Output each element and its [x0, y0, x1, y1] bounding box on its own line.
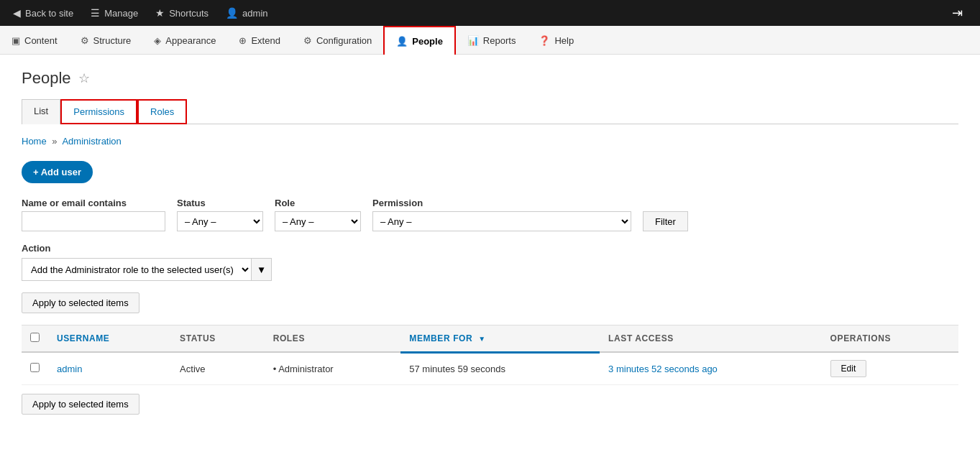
table-header-last-access[interactable]: LAST ACCESS	[600, 325, 822, 353]
apply-bottom-button[interactable]: Apply to selected items	[22, 394, 139, 415]
admin-bar: ◀ Back to site ☰ Manage ★ Shortcuts 👤 ad…	[0, 0, 980, 26]
row-last-access-cell: 3 minutes 52 seconds ago	[600, 352, 822, 385]
action-section: Action Add the Administrator role to the…	[22, 243, 958, 281]
help-icon: ❓	[539, 35, 550, 46]
shortcuts-menu[interactable]: ★ Shortcuts	[148, 0, 216, 26]
breadcrumb: Home » Administration	[22, 136, 958, 147]
star-icon: ★	[155, 7, 165, 19]
structure-icon: ⚙	[81, 35, 89, 46]
action-label: Action	[22, 243, 958, 254]
nav-configuration[interactable]: ⚙ Configuration	[292, 26, 383, 55]
permission-filter-label: Permission	[372, 198, 631, 208]
configuration-icon: ⚙	[303, 35, 312, 46]
table-header-status[interactable]: STATUS	[171, 325, 265, 353]
table-header-roles[interactable]: ROLES	[265, 325, 401, 353]
filter-button-group: Filter	[643, 211, 688, 231]
last-access-link[interactable]: 3 minutes 52 seconds ago	[608, 364, 718, 374]
user-role: Administrator	[278, 364, 334, 374]
member-for-value: 57 minutes 59 seconds	[409, 364, 505, 374]
favorite-star-icon[interactable]: ☆	[78, 70, 90, 86]
nav-appearance[interactable]: ◈ Appearance	[142, 26, 227, 55]
status-filter-select[interactable]: – Any –	[177, 211, 263, 231]
main-nav: ▣ Content ⚙ Structure ◈ Appearance ⊕ Ext…	[0, 26, 980, 55]
extend-icon: ⊕	[239, 35, 247, 46]
table-row: admin Active • Administrator 57 minutes …	[22, 352, 958, 385]
user-link[interactable]: admin	[57, 364, 82, 374]
row-roles-cell: • Administrator	[265, 352, 401, 385]
row-checkbox-cell	[22, 352, 48, 385]
edit-button[interactable]: Edit	[830, 360, 867, 377]
permission-filter-select[interactable]: – Any –	[372, 211, 631, 231]
name-filter-input[interactable]	[22, 211, 165, 231]
nav-content[interactable]: ▣ Content	[0, 26, 69, 55]
status-filter-label: Status	[177, 198, 263, 208]
role-filter-label: Role	[275, 198, 361, 208]
appearance-icon: ◈	[154, 35, 161, 46]
user-status: Active	[180, 364, 205, 374]
action-select[interactable]: Add the Administrator role to the select…	[22, 258, 252, 281]
name-filter-label: Name or email contains	[22, 198, 165, 208]
user-table: USERNAME STATUS ROLES MEMBER FOR ▼ LAST …	[22, 325, 958, 385]
row-operations-cell: Edit	[822, 352, 958, 385]
breadcrumb-home[interactable]: Home	[22, 136, 47, 147]
role-bullet: •	[273, 364, 278, 374]
filter-button[interactable]: Filter	[643, 211, 688, 231]
tab-permissions[interactable]: Permissions	[60, 99, 137, 124]
breadcrumb-admin[interactable]: Administration	[62, 136, 121, 147]
row-status-cell: Active	[171, 352, 265, 385]
back-to-site[interactable]: ◀ Back to site	[6, 0, 81, 26]
manage-menu[interactable]: ☰ Manage	[83, 0, 145, 26]
table-header-member-for[interactable]: MEMBER FOR ▼	[400, 325, 600, 353]
back-icon: ◀	[13, 7, 21, 19]
breadcrumb-separator: »	[52, 136, 57, 147]
content-icon: ▣	[12, 35, 20, 46]
apply-top-button[interactable]: Apply to selected items	[22, 292, 139, 313]
row-member-for-cell: 57 minutes 59 seconds	[400, 352, 600, 385]
page-title: People ☆	[22, 69, 958, 88]
nav-extend[interactable]: ⊕ Extend	[227, 26, 291, 55]
tab-roles[interactable]: Roles	[137, 99, 187, 124]
permission-filter-group: Permission – Any –	[372, 198, 631, 231]
name-filter-group: Name or email contains	[22, 198, 165, 231]
filters-section: Name or email contains Status – Any – Ro…	[22, 198, 958, 231]
table-header-operations: OPERATIONS	[822, 325, 958, 353]
admin-user-menu[interactable]: 👤 admin	[219, 0, 275, 26]
role-filter-select[interactable]: – Any –	[275, 211, 361, 231]
select-all-checkbox[interactable]	[30, 333, 40, 342]
sort-arrow-icon: ▼	[478, 335, 486, 343]
tab-list[interactable]: List	[22, 99, 60, 124]
reports-icon: 📊	[467, 35, 479, 46]
nav-help[interactable]: ❓ Help	[527, 26, 585, 55]
menu-icon: ☰	[91, 7, 100, 19]
row-checkbox[interactable]	[30, 363, 40, 372]
role-filter-group: Role – Any –	[275, 198, 361, 231]
table-body: admin Active • Administrator 57 minutes …	[22, 352, 958, 385]
nav-people[interactable]: 👤 People	[383, 26, 456, 55]
action-dropdown-button[interactable]: ▼	[252, 258, 272, 281]
dropdown-arrow-icon: ▼	[257, 264, 266, 275]
page-content: People ☆ List Permissions Roles Home » A…	[0, 55, 980, 440]
nav-structure[interactable]: ⚙ Structure	[69, 26, 143, 55]
action-select-wrapper: Add the Administrator role to the select…	[22, 258, 958, 281]
add-user-button[interactable]: + Add user	[22, 161, 93, 183]
user-icon: 👤	[226, 7, 238, 19]
table-header-checkbox	[22, 325, 48, 353]
nav-reports[interactable]: 📊 Reports	[456, 26, 528, 55]
people-icon: 👤	[396, 36, 408, 47]
collapse-sidebar-button[interactable]: ⇥	[946, 5, 968, 21]
tabs-container: List Permissions Roles	[22, 99, 958, 124]
table-header: USERNAME STATUS ROLES MEMBER FOR ▼ LAST …	[22, 325, 958, 353]
row-username-cell: admin	[48, 352, 171, 385]
status-filter-group: Status – Any –	[177, 198, 263, 231]
table-header-username[interactable]: USERNAME	[48, 325, 171, 353]
